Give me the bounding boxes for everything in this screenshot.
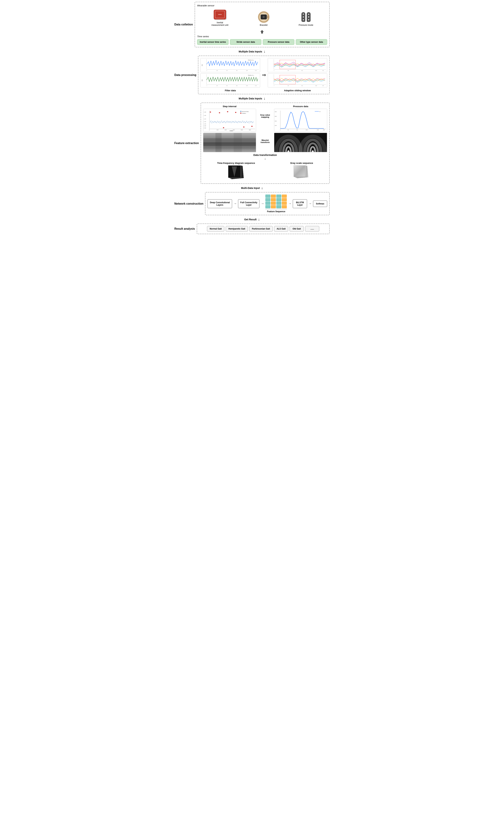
transform-section: Data transformation ↓ — [203, 154, 327, 160]
svg-point-115 — [251, 121, 252, 122]
insole-dot-5 — [308, 16, 309, 17]
svg-text:500: 500 — [226, 70, 228, 71]
feature-cubes — [265, 194, 287, 208]
separator-3-text: Multi-Data Input — [241, 187, 260, 189]
insole-label: Pressure insole — [299, 24, 313, 26]
svg-text:1700: 1700 — [255, 70, 257, 71]
svg-text:800: 800 — [301, 85, 303, 86]
orange-cube-1 — [271, 194, 276, 198]
grayscale-output: Gray scale sequence — [290, 162, 313, 181]
orange-stack — [271, 194, 276, 208]
svg-point-99 — [238, 121, 239, 122]
svg-text:1300: 1300 — [315, 70, 317, 71]
orange2-cube-1 — [282, 194, 287, 198]
bracelet-screen — [261, 14, 267, 19]
svg-point-83 — [225, 122, 226, 123]
svg-point-66 — [211, 122, 212, 123]
svg-point-105 — [243, 122, 244, 123]
bracelet-label: Bracelet — [260, 24, 268, 26]
svg-point-94 — [234, 122, 235, 123]
svg-point-95 — [235, 121, 236, 122]
deep-conv-block: Deep Convolutional Layers — [208, 199, 232, 208]
svg-point-118 — [210, 112, 211, 113]
svg-point-111 — [248, 121, 249, 122]
insole-dot-2 — [303, 16, 304, 17]
svg-rect-127 — [203, 138, 256, 141]
step-interval-col: Step interval 1.08 1.06 1.04 1.02 1 — [203, 105, 256, 152]
svg-point-91 — [232, 121, 233, 122]
svg-text:320: 320 — [323, 129, 325, 130]
bracelet-button — [267, 16, 269, 18]
timefreq-label: Time-frequency diagram sequence — [217, 162, 255, 164]
data-processing-label: Data processing — [174, 73, 196, 77]
side-labels-middle: Gray value mapping Wavelet transform — [259, 105, 271, 152]
feature-extraction-label: Feature extraction — [174, 142, 199, 145]
result-more: ...... — [305, 226, 319, 232]
svg-point-88 — [229, 122, 230, 122]
devices-row: XSENS Inertial measurement unit — [197, 8, 327, 26]
gray-image-left — [203, 133, 256, 152]
bracelet-device-icon — [257, 11, 271, 23]
svg-point-69 — [214, 121, 215, 122]
svg-text:Rotation_E_y: Rotation_E_y — [248, 59, 254, 61]
separator-4-text: Get Result — [244, 218, 257, 221]
orange-stack-2 — [282, 194, 287, 208]
svg-rect-130 — [215, 133, 221, 152]
timeseries-label: Time series — [197, 35, 327, 38]
svg-point-108 — [245, 122, 246, 122]
network-content: Deep Convolutional Layers → Full Connect… — [205, 192, 330, 215]
svg-point-71 — [215, 121, 216, 122]
svg-text:1700: 1700 — [255, 85, 257, 86]
svg-point-76 — [220, 122, 220, 123]
result-section: Result analysis Normal Gait Hemiparetic … — [174, 223, 330, 234]
imu-inner: XSENS — [215, 11, 225, 18]
svg-point-77 — [220, 122, 221, 122]
svg-point-120 — [227, 111, 228, 112]
svg-text:1.04: 1.04 — [204, 118, 206, 119]
network-section: Network construction Deep Convolutional … — [174, 192, 330, 215]
svg-point-123 — [251, 126, 253, 127]
svg-point-97 — [236, 121, 237, 122]
teal-cube-1 — [265, 194, 270, 198]
data-collection-content: Wearable sensor XSENS Inertial measureme… — [195, 2, 330, 47]
svg-point-86 — [228, 122, 229, 123]
svg-point-87 — [228, 121, 229, 122]
svg-text:200: 200 — [217, 70, 218, 71]
svg-point-89 — [230, 121, 231, 122]
svg-text:400: 400 — [288, 85, 289, 86]
separator-2: Multiple Data Inputs ↓ — [174, 96, 330, 100]
teal-cube-2 — [265, 198, 270, 201]
data-collection-section: Data colletion Wearable sensor XSENS Ine… — [174, 2, 330, 47]
green-line-chart: IMU Rotation_E_z 0 200 500 900 1300 1700 — [200, 73, 260, 87]
svg-text:0: 0 — [280, 129, 281, 130]
processing-arrow: ⇒ — [262, 72, 266, 78]
separator-2-text: Multiple Data Inputs — [239, 97, 262, 100]
svg-text:100: 100 — [216, 129, 218, 130]
multicolor-chart-2: 0 400 800 1300 1700 — [268, 73, 327, 87]
svg-text:IMU: IMU — [202, 79, 203, 81]
svg-point-82 — [224, 121, 225, 122]
insole-dot-3 — [303, 19, 304, 20]
window-label: Adaptive sliding window — [268, 89, 327, 92]
scatter-plot: 1.08 1.06 1.04 1.02 1.00 0.98 0.96 0 100… — [203, 109, 256, 132]
svg-text:600: 600 — [241, 129, 243, 130]
svg-text:0.98: 0.98 — [204, 125, 206, 126]
svg-point-75 — [219, 121, 220, 122]
blue-line-chart: IMU Rotation_E_y 0 200 500 900 1300 1700 — [200, 58, 260, 72]
svg-text:0.96: 0.96 — [204, 127, 206, 128]
data-boxes-row: Inertial sensor time series Stride senso… — [197, 39, 327, 45]
svg-text:300: 300 — [275, 116, 277, 117]
transform-arrow: ↓ — [264, 157, 266, 160]
teal-cube-4 — [265, 205, 270, 208]
feature-top-row: Step interval 1.08 1.06 1.04 1.02 1 — [203, 105, 327, 152]
svg-text:400: 400 — [288, 70, 289, 71]
data-processing-section: Data processing IMU — [174, 56, 330, 94]
orange2-cube-4 — [282, 205, 287, 208]
svg-point-114 — [250, 122, 251, 122]
device-imu: XSENS Inertial measurement unit — [211, 8, 229, 26]
step-interval-title: Step interval — [223, 105, 236, 108]
insole-dot-4 — [308, 14, 309, 15]
result-parkinsonian: Parkinsonian Gait — [249, 226, 273, 232]
bilstm-block: BiLSTM Layer — [293, 199, 307, 208]
result-als: ALS Gait — [274, 226, 288, 232]
